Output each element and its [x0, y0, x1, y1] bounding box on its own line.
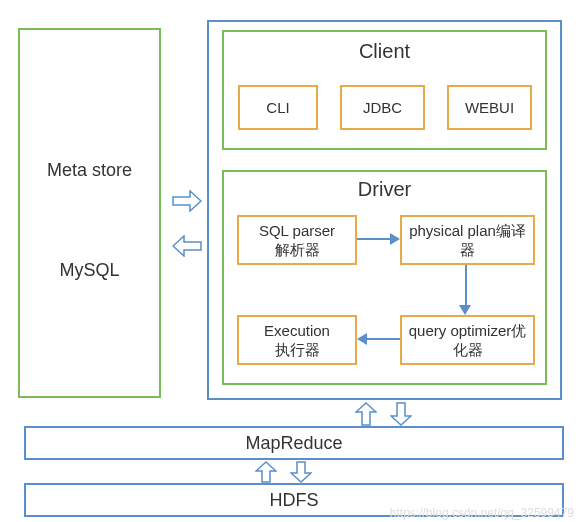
hollow-arrow-up-hdfs	[255, 461, 277, 483]
mapreduce-label: MapReduce	[26, 433, 562, 454]
execution-label: Execution 执行器	[264, 321, 330, 360]
hollow-arrow-right-1	[172, 190, 202, 212]
physicalplan-label: physical plan编译器	[402, 221, 533, 260]
metastore-label: Meta store	[20, 160, 159, 181]
jdbc-label: JDBC	[363, 98, 402, 118]
hollow-arrow-up-mr	[355, 402, 377, 426]
arrow-parser-to-plan-head	[390, 233, 400, 245]
webui-box: WEBUI	[447, 85, 532, 130]
metastore-box: Meta store MySQL	[18, 28, 161, 398]
arrow-opt-to-exec	[365, 338, 400, 340]
sqlparser-label: SQL parser 解析器	[259, 221, 335, 260]
arrow-parser-to-plan	[357, 238, 392, 240]
physicalplan-box: physical plan编译器	[400, 215, 535, 265]
mapreduce-box: MapReduce	[24, 426, 564, 460]
arrow-opt-to-exec-head	[357, 333, 367, 345]
arrow-plan-to-opt	[465, 265, 467, 305]
webui-label: WEBUI	[465, 98, 514, 118]
execution-box: Execution 执行器	[237, 315, 357, 365]
optimizer-label: query optimizer优化器	[402, 321, 533, 360]
hollow-arrow-down-hdfs	[290, 461, 312, 483]
hollow-arrow-down-mr	[390, 402, 412, 426]
arrow-plan-to-opt-head	[459, 305, 471, 315]
watermark: https://blog.csdn.net/qq_32599479	[390, 506, 574, 520]
jdbc-box: JDBC	[340, 85, 425, 130]
sqlparser-box: SQL parser 解析器	[237, 215, 357, 265]
cli-label: CLI	[266, 98, 289, 118]
hollow-arrow-left-1	[172, 235, 202, 257]
cli-box: CLI	[238, 85, 318, 130]
optimizer-box: query optimizer优化器	[400, 315, 535, 365]
client-title: Client	[224, 40, 545, 63]
mysql-label: MySQL	[20, 260, 159, 281]
driver-title: Driver	[224, 178, 545, 201]
